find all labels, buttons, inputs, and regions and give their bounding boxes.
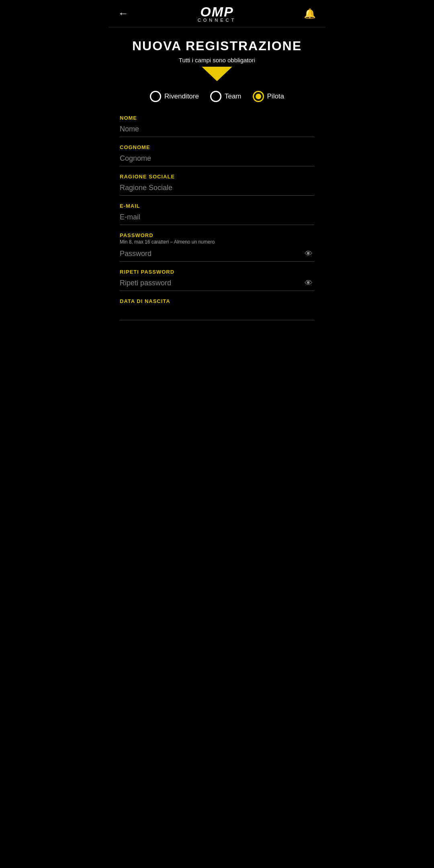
eye-icon-ripeti-password[interactable]: 👁 xyxy=(303,277,314,289)
input-container-nome xyxy=(120,122,314,137)
input-container-ripeti-password: 👁 xyxy=(120,276,314,291)
page-title: NUOVA REGISTRAZIONE xyxy=(120,27,314,57)
registration-type-group: Rivenditore Team Pilota xyxy=(120,91,314,102)
field-group-email: E-MAIL xyxy=(120,203,314,225)
arrow-down-container xyxy=(120,67,314,81)
input-container-ragione-sociale xyxy=(120,180,314,196)
radio-label-rivenditore: Rivenditore xyxy=(164,92,199,100)
field-group-nome: NOME xyxy=(120,115,314,137)
input-ragione-sociale[interactable] xyxy=(120,180,314,195)
logo-omp: OMP xyxy=(200,5,233,18)
label-ragione-sociale: RAGIONE SOCIALE xyxy=(120,174,314,180)
input-container-cognome xyxy=(120,151,314,166)
radio-pilota[interactable]: Pilota xyxy=(253,91,285,102)
radio-circle-team[interactable] xyxy=(210,91,221,102)
input-data-di-nascita[interactable] xyxy=(120,305,314,320)
bell-icon: 🔔 xyxy=(304,8,316,19)
field-group-data-di-nascita: DATA DI NASCITA xyxy=(120,298,314,320)
label-password: PASSWORD xyxy=(120,232,314,238)
logo: OMP CONNECT xyxy=(198,5,236,23)
input-password[interactable] xyxy=(120,246,303,261)
label-cognome: COGNOME xyxy=(120,144,314,150)
input-nome[interactable] xyxy=(120,122,314,137)
field-group-cognome: COGNOME xyxy=(120,144,314,166)
arrow-down-icon xyxy=(202,67,232,81)
back-arrow-icon: ← xyxy=(118,7,129,20)
input-email[interactable] xyxy=(120,210,314,225)
logo-connect: CONNECT xyxy=(198,18,236,23)
input-cognome[interactable] xyxy=(120,151,314,166)
radio-label-team: Team xyxy=(225,92,242,100)
input-container-email xyxy=(120,210,314,225)
input-container-data-di-nascita xyxy=(120,305,314,320)
subtitle: Tutti i campi sono obbligatori xyxy=(120,57,314,63)
radio-team[interactable]: Team xyxy=(210,91,242,102)
field-group-password: PASSWORDMin 8, max 16 caratteri – Almeno… xyxy=(120,232,314,262)
radio-label-pilota: Pilota xyxy=(267,92,285,100)
input-ripeti-password[interactable] xyxy=(120,276,303,291)
header: ← OMP CONNECT 🔔 xyxy=(108,0,326,27)
back-button[interactable]: ← xyxy=(118,7,129,20)
label-data-di-nascita: DATA DI NASCITA xyxy=(120,298,314,304)
eye-icon-password[interactable]: 👁 xyxy=(303,248,314,260)
field-group-ripeti-password: RIPETI PASSWORD👁 xyxy=(120,269,314,291)
main-content: NUOVA REGISTRAZIONE Tutti i campi sono o… xyxy=(108,27,326,344)
radio-rivenditore[interactable]: Rivenditore xyxy=(150,91,199,102)
radio-circle-rivenditore[interactable] xyxy=(150,91,161,102)
label-nome: NOME xyxy=(120,115,314,121)
notification-button[interactable]: 🔔 xyxy=(304,8,316,19)
label-ripeti-password: RIPETI PASSWORD xyxy=(120,269,314,275)
field-group-ragione-sociale: RAGIONE SOCIALE xyxy=(120,174,314,196)
label-email: E-MAIL xyxy=(120,203,314,209)
radio-circle-pilota[interactable] xyxy=(253,91,264,102)
registration-form: NOMECOGNOMERAGIONE SOCIALEE-MAILPASSWORD… xyxy=(120,115,314,320)
input-container-password: 👁 xyxy=(120,246,314,262)
sublabel-password: Min 8, max 16 caratteri – Almeno un nume… xyxy=(120,239,314,245)
